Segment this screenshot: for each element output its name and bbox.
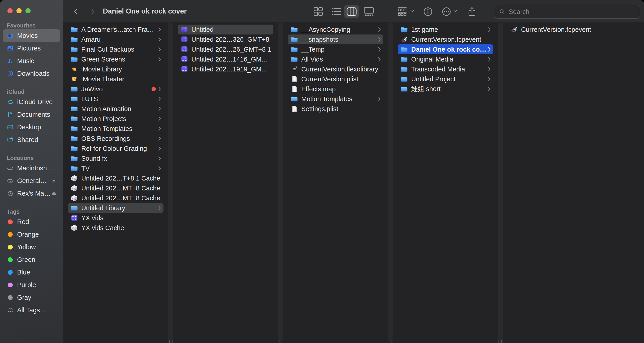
file-row-yx-vids-cache[interactable]: YX vids Cache xyxy=(68,223,164,233)
file-row-a-dreamer-s-atch-frames[interactable]: A Dreamer's…atch Frames xyxy=(68,25,164,35)
more-options-button[interactable] xyxy=(440,5,452,18)
file-row-motion-projects[interactable]: Motion Projects xyxy=(68,114,164,124)
file-row-transcoded-media[interactable]: Transcoded Media xyxy=(398,64,493,74)
sidebar-item-downloads[interactable]: Downloads xyxy=(3,67,60,80)
file-row-amaru[interactable]: Amaru_ xyxy=(68,35,164,44)
file-row-original-media[interactable]: Original Media xyxy=(398,54,493,64)
tag-icon xyxy=(7,244,14,250)
plist-doc-icon: PLIST xyxy=(290,75,298,83)
column-resize-handle[interactable] xyxy=(279,340,282,343)
column-resize-handle[interactable] xyxy=(389,340,392,343)
search-field[interactable] xyxy=(495,5,640,19)
file-row-obs-recordings[interactable]: OBS Recordings xyxy=(68,134,164,144)
sidebar-item-general[interactable]: General… xyxy=(3,174,60,187)
file-row-untitled-202-1416-gmt-8[interactable]: Untitled 202…1416_GMT+8 xyxy=(178,54,273,64)
file-row-effects-map[interactable]: Effects.map xyxy=(288,84,383,94)
file-row-untitled-project[interactable]: Untitled Project xyxy=(398,74,493,84)
file-row-untitled-202-t-8-1-cache[interactable]: Untitled 202…T+8 1 Cache xyxy=(68,173,164,183)
file-row-tv[interactable]: TV xyxy=(68,163,164,173)
file-row-imovie-library[interactable]: iMovie Library xyxy=(68,64,164,74)
file-row-motion-templates[interactable]: Motion Templates xyxy=(288,94,383,104)
file-row-yx-vids[interactable]: YX vids xyxy=(68,213,164,223)
column-resize-handle[interactable] xyxy=(498,340,502,343)
flexolibrary-icon xyxy=(290,65,298,73)
folder-icon xyxy=(70,85,78,93)
icon-view-button[interactable] xyxy=(312,5,324,18)
file-row-untitled-202-mt-8-cache[interactable]: Untitled 202…MT+8 Cache xyxy=(68,193,164,203)
folder-icon xyxy=(70,204,78,212)
file-row-untitled-library[interactable]: Untitled Library xyxy=(68,203,164,213)
sidebar-item-macintosh[interactable]: Macintosh… xyxy=(3,162,60,174)
forward-button[interactable] xyxy=(88,6,98,17)
sidebar-item-label: Rex's Ma… xyxy=(17,190,51,197)
file-row-temp[interactable]: __Temp xyxy=(288,44,383,54)
file-row-untitled-202-1919-gmt-8[interactable]: Untitled 202…1919_GMT+8 xyxy=(178,64,273,74)
sidebar-item-shared[interactable]: Shared xyxy=(3,133,60,146)
sidebar-item-all-tags[interactable]: All Tags… xyxy=(3,304,60,316)
cache-cube-icon xyxy=(70,194,78,202)
gallery-view-button[interactable] xyxy=(362,5,375,18)
file-name: __snapshots xyxy=(301,36,338,43)
file-row-untitled-202-mt-8-cache[interactable]: Untitled 202…MT+8 Cache xyxy=(68,183,164,193)
file-row-currentversion-fcpevent[interactable]: CurrentVersion.fcpevent xyxy=(508,25,640,35)
file-row-motion-templates[interactable]: Motion Templates xyxy=(68,124,164,134)
file-name: Untitled 202…326_GMT+8 xyxy=(192,36,269,43)
file-name: Motion Projects xyxy=(81,115,126,123)
sidebar-item-rex-s-ma[interactable]: Rex's Ma… xyxy=(3,187,60,200)
group-button[interactable] xyxy=(396,5,409,18)
info-button[interactable] xyxy=(422,5,434,18)
list-view-button[interactable] xyxy=(330,5,343,18)
sidebar-item-desktop[interactable]: Desktop xyxy=(3,121,60,133)
file-row-all-vids[interactable]: All Vids xyxy=(288,54,383,64)
file-row-settings-plist[interactable]: PLISTSettings.plist xyxy=(288,104,383,114)
file-row-1st-game[interactable]: 1st game xyxy=(398,25,493,35)
file-row-untitled[interactable]: Untitled xyxy=(178,25,273,35)
file-row-final-cut-backups[interactable]: Final Cut Backups xyxy=(68,44,164,54)
eject-icon[interactable] xyxy=(51,178,57,184)
sidebar-item-icloud-drive[interactable]: iCloud Drive xyxy=(3,96,60,108)
sidebar-item-purple[interactable]: Purple xyxy=(3,278,60,291)
file-name: Untitled 202…MT+8 Cache xyxy=(81,194,160,202)
file-row-motion-animation[interactable]: Motion Animation xyxy=(68,104,164,114)
sidebar-item-label: Red xyxy=(17,218,29,226)
chevron-right-icon xyxy=(488,77,491,82)
search-input[interactable] xyxy=(508,8,636,16)
file-row-imovie-theater[interactable]: iMovie Theater xyxy=(68,74,164,84)
file-row-snapshots[interactable]: __snapshots xyxy=(288,35,383,44)
sidebar-item-orange[interactable]: Orange xyxy=(3,228,60,241)
file-row-daniel-one-ok-rock-cover[interactable]: Daniel One ok rock cover xyxy=(398,44,493,54)
column-resize-handle[interactable] xyxy=(169,340,172,343)
file-row-luts[interactable]: LUTS xyxy=(68,94,164,104)
chevron-right-icon xyxy=(158,146,161,151)
sidebar-item-green[interactable]: Green xyxy=(3,253,60,266)
file-name: CurrentVersion.flexolibrary xyxy=(301,66,378,73)
sidebar-item-blue[interactable]: Blue xyxy=(3,266,60,278)
file-row-asynccopying[interactable]: __AsyncCopying xyxy=(288,25,383,35)
file-row-currentversion-flexolibrary[interactable]: CurrentVersion.flexolibrary xyxy=(288,64,383,74)
sidebar-item-music[interactable]: Music xyxy=(3,55,60,67)
file-row-sound-fx[interactable]: Sound fx xyxy=(68,153,164,163)
back-button[interactable] xyxy=(71,6,80,17)
sidebar-item-label: Shared xyxy=(17,136,38,144)
file-row-currentversion-fcpevent[interactable]: CurrentVersion.fcpevent xyxy=(398,35,493,44)
sidebar-item-yellow[interactable]: Yellow xyxy=(3,241,60,253)
sidebar-item-documents[interactable]: Documents xyxy=(3,108,60,121)
share-button[interactable] xyxy=(466,5,478,18)
file-row-short[interactable]: 娃姐 short xyxy=(398,84,493,94)
sidebar-item-pictures[interactable]: Pictures xyxy=(3,42,60,55)
file-row-green-screens[interactable]: Green Screens xyxy=(68,54,164,64)
cache-cube-icon xyxy=(70,174,78,182)
file-row-jawivo[interactable]: JaWivo xyxy=(68,84,164,94)
fcp-library-icon xyxy=(180,46,188,53)
eject-icon[interactable] xyxy=(51,191,57,196)
file-row-ref-for-colour-grading[interactable]: Ref for Colour Grading xyxy=(68,144,164,153)
column-view-button[interactable] xyxy=(344,5,359,18)
sidebar-item-gray[interactable]: Gray xyxy=(3,291,60,304)
file-row-untitled-202-326-gmt-8[interactable]: Untitled 202…326_GMT+8 xyxy=(178,35,273,44)
file-row-currentversion-plist[interactable]: PLISTCurrentVersion.plist xyxy=(288,74,383,84)
file-row-untitled-202-26-gmt-8-1[interactable]: Untitled 202…26_GMT+8 1 xyxy=(178,44,273,54)
sidebar-item-label: Gray xyxy=(17,294,31,301)
sidebar-item-red[interactable]: Red xyxy=(3,215,60,228)
folder-icon xyxy=(70,105,78,113)
sidebar-item-movies[interactable]: Movies xyxy=(3,29,60,42)
